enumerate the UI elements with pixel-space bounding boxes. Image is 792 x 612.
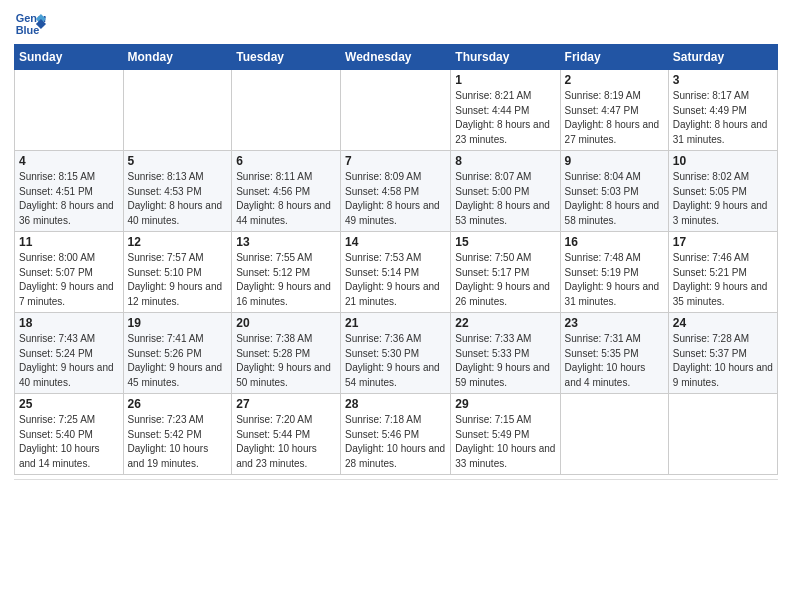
day-info: Sunrise: 7:36 AMSunset: 5:30 PMDaylight:… (345, 332, 446, 390)
calendar-cell: 9Sunrise: 8:04 AMSunset: 5:03 PMDaylight… (560, 151, 668, 232)
calendar-cell (15, 70, 124, 151)
calendar-cell: 29Sunrise: 7:15 AMSunset: 5:49 PMDayligh… (451, 394, 560, 475)
calendar-table: SundayMondayTuesdayWednesdayThursdayFrid… (14, 44, 778, 475)
day-info: Sunrise: 8:19 AMSunset: 4:47 PMDaylight:… (565, 89, 664, 147)
week-row-5: 25Sunrise: 7:25 AMSunset: 5:40 PMDayligh… (15, 394, 778, 475)
weekday-header-tuesday: Tuesday (232, 45, 341, 70)
day-number: 25 (19, 397, 119, 411)
calendar-cell: 20Sunrise: 7:38 AMSunset: 5:28 PMDayligh… (232, 313, 341, 394)
day-info: Sunrise: 8:11 AMSunset: 4:56 PMDaylight:… (236, 170, 336, 228)
day-number: 19 (128, 316, 228, 330)
calendar-cell: 25Sunrise: 7:25 AMSunset: 5:40 PMDayligh… (15, 394, 124, 475)
calendar-cell: 2Sunrise: 8:19 AMSunset: 4:47 PMDaylight… (560, 70, 668, 151)
day-number: 14 (345, 235, 446, 249)
day-number: 6 (236, 154, 336, 168)
logo-icon: General Blue (14, 10, 46, 38)
day-info: Sunrise: 7:43 AMSunset: 5:24 PMDaylight:… (19, 332, 119, 390)
calendar-cell: 18Sunrise: 7:43 AMSunset: 5:24 PMDayligh… (15, 313, 124, 394)
calendar-cell: 11Sunrise: 8:00 AMSunset: 5:07 PMDayligh… (15, 232, 124, 313)
day-number: 16 (565, 235, 664, 249)
day-number: 18 (19, 316, 119, 330)
calendar-cell: 22Sunrise: 7:33 AMSunset: 5:33 PMDayligh… (451, 313, 560, 394)
day-info: Sunrise: 7:23 AMSunset: 5:42 PMDaylight:… (128, 413, 228, 471)
calendar-cell: 1Sunrise: 8:21 AMSunset: 4:44 PMDaylight… (451, 70, 560, 151)
day-number: 24 (673, 316, 773, 330)
calendar-cell: 28Sunrise: 7:18 AMSunset: 5:46 PMDayligh… (341, 394, 451, 475)
calendar-cell: 6Sunrise: 8:11 AMSunset: 4:56 PMDaylight… (232, 151, 341, 232)
calendar-cell: 24Sunrise: 7:28 AMSunset: 5:37 PMDayligh… (668, 313, 777, 394)
day-number: 27 (236, 397, 336, 411)
day-info: Sunrise: 7:20 AMSunset: 5:44 PMDaylight:… (236, 413, 336, 471)
week-row-4: 18Sunrise: 7:43 AMSunset: 5:24 PMDayligh… (15, 313, 778, 394)
day-info: Sunrise: 8:09 AMSunset: 4:58 PMDaylight:… (345, 170, 446, 228)
day-info: Sunrise: 7:38 AMSunset: 5:28 PMDaylight:… (236, 332, 336, 390)
day-number: 29 (455, 397, 555, 411)
day-info: Sunrise: 8:17 AMSunset: 4:49 PMDaylight:… (673, 89, 773, 147)
day-number: 1 (455, 73, 555, 87)
day-number: 20 (236, 316, 336, 330)
day-number: 2 (565, 73, 664, 87)
day-number: 26 (128, 397, 228, 411)
calendar-cell: 10Sunrise: 8:02 AMSunset: 5:05 PMDayligh… (668, 151, 777, 232)
weekday-header-wednesday: Wednesday (341, 45, 451, 70)
week-row-1: 1Sunrise: 8:21 AMSunset: 4:44 PMDaylight… (15, 70, 778, 151)
day-info: Sunrise: 8:04 AMSunset: 5:03 PMDaylight:… (565, 170, 664, 228)
calendar-cell: 12Sunrise: 7:57 AMSunset: 5:10 PMDayligh… (123, 232, 232, 313)
weekday-header-row: SundayMondayTuesdayWednesdayThursdayFrid… (15, 45, 778, 70)
day-number: 7 (345, 154, 446, 168)
day-info: Sunrise: 7:18 AMSunset: 5:46 PMDaylight:… (345, 413, 446, 471)
calendar-cell: 4Sunrise: 8:15 AMSunset: 4:51 PMDaylight… (15, 151, 124, 232)
day-info: Sunrise: 7:28 AMSunset: 5:37 PMDaylight:… (673, 332, 773, 390)
weekday-header-sunday: Sunday (15, 45, 124, 70)
day-info: Sunrise: 8:02 AMSunset: 5:05 PMDaylight:… (673, 170, 773, 228)
day-number: 4 (19, 154, 119, 168)
day-info: Sunrise: 7:50 AMSunset: 5:17 PMDaylight:… (455, 251, 555, 309)
day-info: Sunrise: 7:31 AMSunset: 5:35 PMDaylight:… (565, 332, 664, 390)
day-info: Sunrise: 7:33 AMSunset: 5:33 PMDaylight:… (455, 332, 555, 390)
calendar-cell: 5Sunrise: 8:13 AMSunset: 4:53 PMDaylight… (123, 151, 232, 232)
svg-text:Blue: Blue (16, 24, 40, 36)
calendar-cell: 26Sunrise: 7:23 AMSunset: 5:42 PMDayligh… (123, 394, 232, 475)
daylight-footer (14, 479, 778, 483)
day-info: Sunrise: 8:00 AMSunset: 5:07 PMDaylight:… (19, 251, 119, 309)
calendar-cell: 15Sunrise: 7:50 AMSunset: 5:17 PMDayligh… (451, 232, 560, 313)
calendar-cell (341, 70, 451, 151)
calendar-cell: 21Sunrise: 7:36 AMSunset: 5:30 PMDayligh… (341, 313, 451, 394)
calendar-cell: 17Sunrise: 7:46 AMSunset: 5:21 PMDayligh… (668, 232, 777, 313)
page: General Blue SundayMondayTuesdayWednesda… (0, 0, 792, 612)
calendar-cell: 19Sunrise: 7:41 AMSunset: 5:26 PMDayligh… (123, 313, 232, 394)
calendar-cell (123, 70, 232, 151)
day-number: 21 (345, 316, 446, 330)
day-number: 10 (673, 154, 773, 168)
calendar-cell: 23Sunrise: 7:31 AMSunset: 5:35 PMDayligh… (560, 313, 668, 394)
day-info: Sunrise: 7:57 AMSunset: 5:10 PMDaylight:… (128, 251, 228, 309)
weekday-header-monday: Monday (123, 45, 232, 70)
day-number: 8 (455, 154, 555, 168)
day-info: Sunrise: 7:46 AMSunset: 5:21 PMDaylight:… (673, 251, 773, 309)
weekday-header-friday: Friday (560, 45, 668, 70)
calendar-cell (668, 394, 777, 475)
calendar-cell: 3Sunrise: 8:17 AMSunset: 4:49 PMDaylight… (668, 70, 777, 151)
calendar-cell (232, 70, 341, 151)
day-info: Sunrise: 8:15 AMSunset: 4:51 PMDaylight:… (19, 170, 119, 228)
calendar-cell: 16Sunrise: 7:48 AMSunset: 5:19 PMDayligh… (560, 232, 668, 313)
week-row-2: 4Sunrise: 8:15 AMSunset: 4:51 PMDaylight… (15, 151, 778, 232)
day-info: Sunrise: 7:41 AMSunset: 5:26 PMDaylight:… (128, 332, 228, 390)
calendar-cell: 27Sunrise: 7:20 AMSunset: 5:44 PMDayligh… (232, 394, 341, 475)
day-info: Sunrise: 7:53 AMSunset: 5:14 PMDaylight:… (345, 251, 446, 309)
logo: General Blue (14, 10, 46, 38)
day-info: Sunrise: 7:15 AMSunset: 5:49 PMDaylight:… (455, 413, 555, 471)
day-number: 17 (673, 235, 773, 249)
day-info: Sunrise: 8:13 AMSunset: 4:53 PMDaylight:… (128, 170, 228, 228)
calendar-cell: 7Sunrise: 8:09 AMSunset: 4:58 PMDaylight… (341, 151, 451, 232)
day-number: 12 (128, 235, 228, 249)
day-number: 3 (673, 73, 773, 87)
day-number: 9 (565, 154, 664, 168)
day-number: 23 (565, 316, 664, 330)
weekday-header-saturday: Saturday (668, 45, 777, 70)
calendar-cell: 8Sunrise: 8:07 AMSunset: 5:00 PMDaylight… (451, 151, 560, 232)
day-number: 5 (128, 154, 228, 168)
day-number: 11 (19, 235, 119, 249)
day-info: Sunrise: 7:25 AMSunset: 5:40 PMDaylight:… (19, 413, 119, 471)
calendar-cell (560, 394, 668, 475)
